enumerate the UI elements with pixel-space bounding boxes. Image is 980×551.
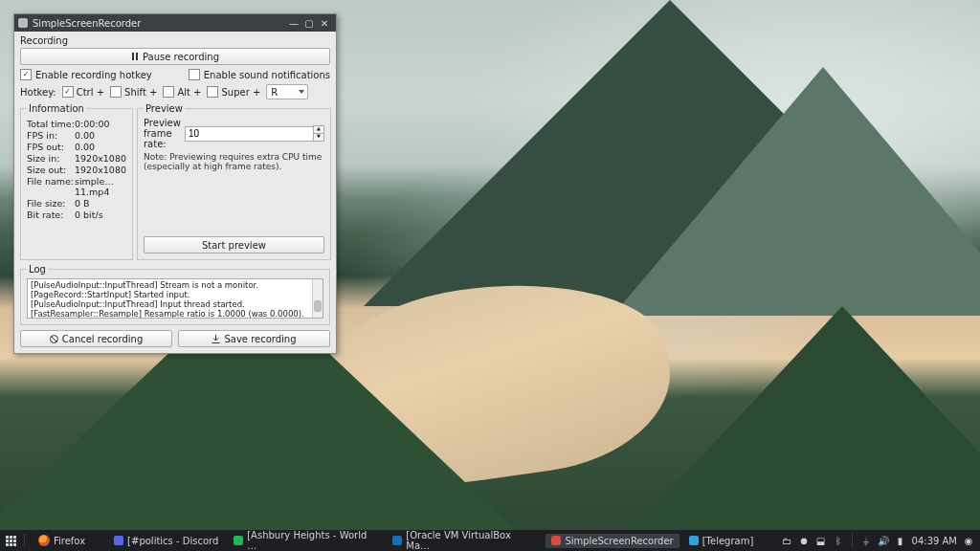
super-label: Super + — [221, 87, 260, 98]
fps-in-value: 0.00 — [75, 130, 95, 141]
separator — [24, 534, 25, 547]
close-button[interactable]: ✕ — [317, 16, 332, 30]
super-checkbox[interactable] — [207, 86, 218, 98]
tray-camera-icon[interactable]: ⏺ — [798, 535, 810, 546]
save-recording-label: Save recording — [224, 334, 296, 344]
log-legend: Log — [27, 264, 48, 275]
preview-note: Note: Previewing requires extra CPU time… — [144, 152, 324, 171]
cancel-recording-label: Cancel recording — [62, 334, 143, 344]
shift-checkbox[interactable] — [110, 86, 122, 98]
alt-label: Alt + — [177, 87, 201, 98]
titlebar[interactable]: SimpleScreenRecorder — ▢ ✕ — [14, 14, 336, 32]
log-line: [PulseAudioInput::InputThread] Input thr… — [31, 299, 320, 309]
preview-rate-spin[interactable]: ▲▼ — [185, 125, 324, 142]
hotkey-key-value: R — [271, 87, 278, 98]
file-name-label: File name: — [27, 176, 75, 197]
size-in-value: 1920x1080 — [75, 153, 126, 164]
preview-legend: Preview — [144, 103, 185, 114]
taskbar-app[interactable]: SimpleScreenRecorder — [546, 534, 679, 548]
file-size-value: 0 B — [75, 198, 90, 209]
information-group: Information Total time:0:00:00 FPS in:0.… — [20, 103, 133, 260]
log-line: [PulseAudioInput::InputThread] Stream is… — [31, 280, 320, 290]
enable-sound-checkbox[interactable] — [189, 69, 200, 80]
log-textarea[interactable]: [PulseAudioInput::InputThread] Stream is… — [27, 278, 323, 319]
taskbar-app[interactable]: [Oracle VM VirtualBox Ma… — [387, 528, 542, 551]
section-recording-label: Recording — [20, 35, 330, 46]
start-preview-button[interactable]: Start preview — [144, 236, 324, 253]
information-legend: Information — [27, 103, 86, 114]
ctrl-checkbox[interactable] — [62, 86, 74, 98]
taskbar-app-label: [Oracle VM VirtualBox Ma… — [406, 530, 536, 551]
taskbar-apps: [#politics - Discord[Ashbury Heights - W… — [108, 528, 780, 551]
log-line: [FastResampler::Resample] Resample ratio… — [31, 309, 320, 319]
cancel-icon — [50, 335, 58, 343]
fps-in-label: FPS in: — [27, 130, 75, 141]
taskbar-clock[interactable]: 04:39 AM — [912, 536, 957, 546]
alt-checkbox[interactable] — [163, 86, 174, 98]
app-window: SimpleScreenRecorder — ▢ ✕ Recording Pau… — [13, 13, 337, 354]
pause-recording-label: Pause recording — [143, 52, 219, 62]
app-icon — [18, 18, 28, 28]
save-icon — [212, 335, 220, 343]
taskbar-firefox-label: Firefox — [54, 536, 85, 546]
app-icon — [392, 536, 402, 545]
hotkey-label: Hotkey: — [20, 87, 56, 98]
maximize-button[interactable]: ▢ — [301, 16, 317, 30]
wallpaper-mountain — [574, 306, 980, 551]
size-in-label: Size in: — [27, 153, 75, 164]
enable-hotkey-label: Enable recording hotkey — [35, 70, 152, 80]
total-time-label: Total time: — [27, 119, 75, 129]
app-icon — [234, 536, 243, 545]
preview-group: Preview Preview frame rate: ▲▼ Note: Pre… — [137, 103, 331, 260]
shift-label: Shift + — [124, 87, 157, 98]
hotkey-key-combo[interactable]: R — [266, 84, 308, 99]
start-preview-label: Start preview — [202, 240, 266, 251]
scrollbar-thumb[interactable] — [314, 300, 322, 312]
taskbar-app-label: SimpleScreenRecorder — [565, 536, 673, 546]
window-title: SimpleScreenRecorder — [33, 18, 286, 29]
app-icon — [689, 536, 699, 545]
taskbar-firefox[interactable]: Firefox — [33, 533, 91, 548]
pause-recording-button[interactable]: Pause recording — [20, 48, 330, 65]
tray-battery-icon[interactable]: ▮ — [895, 535, 906, 546]
file-name-value: simple…11.mp4 — [75, 176, 126, 197]
ctrl-label: Ctrl + — [77, 87, 104, 98]
size-out-value: 1920x1080 — [75, 165, 126, 175]
taskbar-app-label: [#politics - Discord — [127, 536, 218, 546]
tray-dropbox-icon[interactable]: ⬓ — [815, 535, 827, 546]
taskbar: Firefox [#politics - Discord[Ashbury Hei… — [0, 530, 980, 551]
cancel-recording-button[interactable]: Cancel recording — [20, 330, 172, 347]
tray-user-icon[interactable]: ◉ — [963, 535, 974, 546]
enable-sound-label: Enable sound notifications — [204, 70, 330, 80]
tray-volume-icon[interactable]: 🔊 — [878, 535, 889, 546]
taskbar-app-label: [Telegram] — [702, 536, 754, 546]
preview-rate-input[interactable] — [185, 126, 313, 142]
log-scrollbar[interactable] — [312, 279, 323, 318]
svg-rect-1 — [136, 53, 138, 60]
app-icon — [551, 536, 561, 545]
file-size-label: File size: — [27, 198, 75, 209]
minimize-button[interactable]: — — [286, 16, 301, 30]
log-line: [PageRecord::StartInput] Started input. — [31, 290, 320, 299]
taskbar-app[interactable]: [#politics - Discord — [108, 534, 224, 548]
app-launcher-icon[interactable] — [6, 536, 16, 546]
preview-area — [144, 171, 324, 236]
svg-line-3 — [52, 336, 56, 341]
save-recording-button[interactable]: Save recording — [178, 330, 330, 347]
firefox-icon — [38, 535, 50, 546]
enable-hotkey-checkbox[interactable] — [20, 69, 32, 80]
taskbar-app-label: [Ashbury Heights - World … — [247, 530, 377, 551]
taskbar-app[interactable]: [Ashbury Heights - World … — [228, 528, 383, 551]
fps-out-value: 0.00 — [75, 142, 95, 152]
pause-icon — [131, 53, 139, 60]
tray-wifi-icon[interactable]: ⏚ — [860, 535, 872, 546]
total-time-value: 0:00:00 — [75, 119, 110, 129]
tray-bluetooth-icon[interactable]: ᛒ — [833, 535, 844, 546]
app-icon — [114, 536, 123, 545]
taskbar-app[interactable]: [Telegram] — [683, 534, 760, 548]
desktop-wallpaper: SimpleScreenRecorder — ▢ ✕ Recording Pau… — [0, 0, 980, 551]
log-group: Log [PulseAudioInput::InputThread] Strea… — [20, 264, 330, 325]
bit-rate-label: Bit rate: — [27, 209, 75, 220]
spin-down-icon[interactable]: ▼ — [314, 134, 323, 141]
tray-folder-icon[interactable]: 🗀 — [781, 535, 792, 546]
